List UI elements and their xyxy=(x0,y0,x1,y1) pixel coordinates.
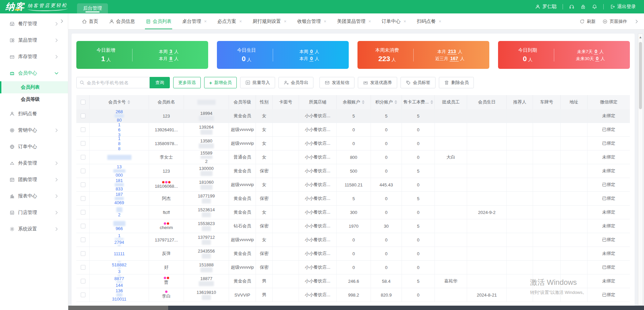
sidebar-item-reports[interactable]: 报表中心 xyxy=(0,188,68,204)
close-icon[interactable]: × xyxy=(324,19,327,24)
tab-member-list[interactable]: 会员列表 xyxy=(140,13,177,29)
row-checkbox[interactable] xyxy=(81,237,85,242)
member-card-link[interactable]: 8877144 xyxy=(90,274,149,288)
sort-asc-icon[interactable] xyxy=(394,100,397,102)
sidebar-item-scan-order[interactable]: 扫码点餐 xyxy=(0,105,68,122)
lock-icon[interactable] xyxy=(580,4,586,9)
sidebar-item-stores[interactable]: 门店管理 xyxy=(0,204,68,221)
member-card-link[interactable] xyxy=(90,150,149,164)
sort-asc-icon[interactable] xyxy=(362,100,365,102)
row-checkbox[interactable] xyxy=(81,210,85,215)
member-card-link[interactable]: 2 xyxy=(90,206,149,219)
add-member-button[interactable]: +新增会员 xyxy=(204,77,237,88)
member-card-link[interactable]: 11111 xyxy=(90,247,149,260)
sidebar-subitem-label: 会员等级 xyxy=(21,96,40,102)
tab-meituan-dishes[interactable]: 美团菜品管理× xyxy=(332,13,376,29)
sidebar-item-inventory[interactable]: 库存管理 xyxy=(0,48,68,65)
member-search-input[interactable] xyxy=(87,80,141,85)
member-card-link[interactable]: 136310011 xyxy=(90,288,149,302)
tab-cashier-mgmt[interactable]: 收银台管理× xyxy=(292,13,332,29)
horizontal-scrollbar-thumb[interactable] xyxy=(168,306,644,310)
row-checkbox[interactable] xyxy=(81,293,85,297)
member-card-link[interactable]: 966 xyxy=(90,219,149,233)
sidebar-item-groupbuy[interactable]: 团购管理 xyxy=(0,171,68,188)
tab-must-order[interactable]: 必点方案× xyxy=(212,13,248,29)
close-icon[interactable]: × xyxy=(404,19,406,24)
row-checkbox[interactable] xyxy=(81,182,85,187)
scroll-up-arrow[interactable]: ▲ xyxy=(638,35,643,39)
member-card-link[interactable]: 1874069 xyxy=(90,192,149,205)
row-checkbox[interactable] xyxy=(81,251,85,256)
sidebar-subitem-member-list[interactable]: 会员列表 xyxy=(0,81,68,93)
sort-desc-icon[interactable] xyxy=(394,102,397,104)
refresh-button[interactable]: 刷新 xyxy=(579,18,596,25)
headset-icon[interactable] xyxy=(569,4,574,9)
member-card-link[interactable]: 5188823 xyxy=(90,261,149,274)
delete-member-button[interactable]: 删除会员 xyxy=(439,77,474,88)
portal-tab-backend[interactable]: 后台管理 xyxy=(77,3,108,13)
member-card-link[interactable]: 181833 xyxy=(90,178,149,191)
sidebar-item-restaurant[interactable]: 餐厅管理 xyxy=(0,15,68,32)
sort-carets[interactable] xyxy=(394,100,397,104)
batch-import-button[interactable]: 批量导入 xyxy=(240,77,275,88)
tab-table-mgmt[interactable]: 桌台管理× xyxy=(177,13,212,29)
sort-desc-icon[interactable] xyxy=(127,102,130,104)
row-checkbox[interactable] xyxy=(81,155,85,160)
sidebar-collapse-icon[interactable] xyxy=(59,18,65,24)
sidebar-item-takeout[interactable]: 外卖管理 xyxy=(0,155,68,171)
chevron-right-icon[interactable] xyxy=(634,19,639,24)
sidebar-item-dishes[interactable]: 菜品管理 xyxy=(0,32,68,48)
query-button[interactable]: 查询 xyxy=(150,77,170,88)
sidebar-item-member-center[interactable]: 会员中心 xyxy=(0,65,68,81)
member-card-link[interactable]: 13000 xyxy=(90,164,149,178)
row-checkbox[interactable] xyxy=(81,127,85,132)
horizontal-scrollbar[interactable] xyxy=(68,306,644,310)
sidebar-item-order-center[interactable]: 订单中心 xyxy=(0,138,68,155)
close-icon[interactable]: × xyxy=(239,19,242,24)
send-coupon-button[interactable]: 发送优惠券 xyxy=(358,77,397,88)
sort-carets[interactable] xyxy=(362,100,365,104)
row-checkbox[interactable] xyxy=(81,141,85,146)
tab-order-center[interactable]: 订单中心× xyxy=(376,13,412,29)
send-sms-button[interactable]: 发送短信 xyxy=(319,77,354,88)
row-checkbox[interactable] xyxy=(81,265,85,270)
cell-birthday xyxy=(467,150,507,164)
sort-carets[interactable] xyxy=(127,100,130,104)
vertical-scrollbar[interactable]: ▲ xyxy=(638,34,643,305)
tab-scan-order[interactable]: 扫码点餐× xyxy=(412,13,447,29)
member-card-link[interactable]: 12794 xyxy=(90,233,149,247)
sidebar-subitem-member-level[interactable]: 会员等级 xyxy=(0,93,68,105)
row-checkbox[interactable] xyxy=(81,279,85,283)
vertical-scrollbar-thumb[interactable] xyxy=(639,42,642,109)
member-card-link[interactable]: 163 xyxy=(90,123,149,136)
bell-icon[interactable] xyxy=(592,4,597,9)
user-menu[interactable]: 罗仁聪 xyxy=(535,4,557,10)
close-icon[interactable]: × xyxy=(204,19,207,24)
row-checkbox[interactable] xyxy=(81,169,85,173)
tab-home[interactable]: 首页 xyxy=(76,13,104,29)
cell-address xyxy=(561,178,588,191)
close-icon[interactable]: × xyxy=(368,19,371,24)
row-checkbox[interactable] xyxy=(81,114,85,118)
member-card-link[interactable]: 26880 xyxy=(90,109,149,123)
member-tag-button[interactable]: 会员标签 xyxy=(401,77,435,88)
close-icon[interactable]: × xyxy=(284,19,287,24)
tab-member-info[interactable]: 会员信息 xyxy=(104,13,140,29)
sidebar-item-marketing[interactable]: 营销中心 xyxy=(0,122,68,138)
logout-button[interactable]: 退出登录 xyxy=(610,4,636,10)
sort-asc-icon[interactable] xyxy=(430,100,433,102)
row-checkbox[interactable] xyxy=(81,224,85,228)
member-card-link[interactable]: 188 xyxy=(90,137,149,150)
sidebar-item-settings[interactable]: 系统设置 xyxy=(0,221,68,237)
close-icon[interactable]: × xyxy=(439,19,442,24)
row-checkbox[interactable] xyxy=(81,196,85,201)
sort-desc-icon[interactable] xyxy=(430,102,433,104)
sort-carets[interactable] xyxy=(430,100,433,104)
more-filter-button[interactable]: 更多筛选 xyxy=(173,77,201,88)
sort-desc-icon[interactable] xyxy=(362,102,365,104)
sort-asc-icon[interactable] xyxy=(127,100,130,102)
member-export-button[interactable]: 会员导出 xyxy=(278,77,313,88)
page-operations-button[interactable]: 页面操作 xyxy=(602,18,627,25)
tab-kitchen-print[interactable]: 厨打规则设置× xyxy=(247,13,292,29)
select-all-checkbox[interactable] xyxy=(81,100,85,104)
